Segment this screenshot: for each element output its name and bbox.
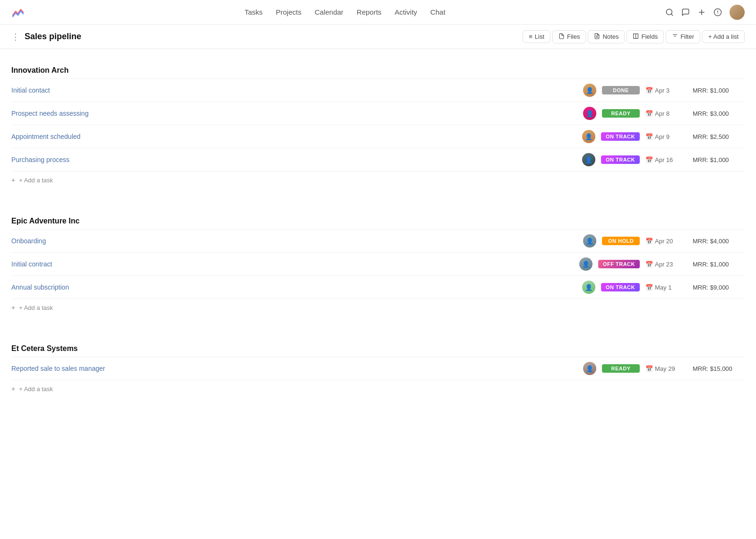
app-logo[interactable] — [11, 6, 25, 19]
plus-icon: + — [11, 385, 15, 393]
table-row: Reported sale to sales manager 👤 READY 📅… — [11, 357, 745, 380]
avatar: 👤 — [583, 84, 596, 97]
files-button[interactable]: Files — [552, 30, 586, 43]
calendar-icon: 📅 — [645, 110, 653, 117]
page-title: Sales pipeline — [25, 32, 81, 42]
list-icon: ≡ — [529, 33, 533, 40]
dots-menu-icon[interactable]: ⋮ — [11, 32, 20, 42]
avatar: 👤 — [583, 234, 596, 248]
task-mrr: MRR: $4,000 — [693, 238, 745, 245]
task-meta: 👤 OFF TRACK 📅 Apr 23 MRR: $1,000 — [579, 257, 745, 271]
table-row: Annual subscription 👤 ON TRACK 📅 May 1 M… — [11, 275, 745, 299]
task-meta: 👤 READY 📅 May 29 MRR: $15,000 — [583, 362, 745, 375]
task-date: 📅 Apr 16 — [645, 156, 687, 163]
group-epic-adventure: Epic Adventure Inc Onboarding 👤 ON HOLD … — [11, 211, 745, 316]
task-mrr: MRR: $2,500 — [693, 133, 745, 140]
user-avatar[interactable] — [730, 5, 745, 20]
avatar: 👤 — [583, 362, 596, 375]
chat-bubble-button[interactable] — [681, 8, 690, 17]
nav-links: Tasks Projects Calendar Reports Activity… — [244, 8, 445, 16]
calendar-icon: 📅 — [645, 365, 653, 372]
tasks-divider: Reported sale to sales manager 👤 READY 📅… — [11, 357, 745, 380]
status-badge: DONE — [602, 86, 640, 94]
files-icon — [558, 33, 565, 41]
add-button[interactable] — [697, 8, 706, 17]
task-date: 📅 May 1 — [645, 284, 687, 291]
task-name[interactable]: Reported sale to sales manager — [11, 365, 583, 372]
status-badge: ON HOLD — [602, 237, 640, 245]
group-title-epic-adventure: Epic Adventure Inc — [11, 211, 745, 229]
calendar-icon: 📅 — [645, 156, 653, 163]
task-mrr: MRR: $1,000 — [693, 261, 745, 268]
task-mrr: MRR: $3,000 — [693, 110, 745, 117]
task-name[interactable]: Onboarding — [11, 237, 583, 245]
task-date: 📅 May 29 — [645, 365, 687, 372]
task-name[interactable]: Appointment scheduled — [11, 133, 582, 140]
filter-icon — [672, 33, 678, 41]
add-list-button[interactable]: + Add a list — [702, 30, 745, 43]
table-row: Prospect needs assessing 👤 READY 📅 Apr 8… — [11, 102, 745, 125]
calendar-icon: 📅 — [645, 261, 653, 268]
plus-icon: + — [11, 304, 15, 311]
nav-projects[interactable]: Projects — [276, 8, 301, 16]
status-badge: READY — [602, 364, 640, 373]
task-date: 📅 Apr 23 — [645, 261, 687, 268]
task-meta: 👤 READY 📅 Apr 8 MRR: $3,000 — [583, 107, 745, 120]
group-title-innovation-arch: Innovation Arch — [11, 60, 745, 78]
task-name[interactable]: Initial contract — [11, 260, 579, 268]
tasks-divider: Initial contact 👤 DONE 📅 Apr 3 MRR: $1,0… — [11, 78, 745, 171]
task-name[interactable]: Prospect needs assessing — [11, 110, 583, 117]
fields-button[interactable]: Fields — [627, 30, 664, 43]
task-date: 📅 Apr 3 — [645, 87, 687, 94]
search-button[interactable] — [665, 8, 674, 17]
task-name[interactable]: Annual subscription — [11, 283, 582, 291]
add-task-button[interactable]: + + Add a task — [11, 171, 745, 188]
page-header: ⋮ Sales pipeline ≡ List Files Notes Fiel… — [0, 25, 756, 49]
nav-activity[interactable]: Activity — [395, 8, 417, 16]
task-name[interactable]: Purchasing process — [11, 156, 582, 163]
calendar-icon: 📅 — [645, 284, 653, 291]
table-row: Purchasing process 👤 ON TRACK 📅 Apr 16 M… — [11, 148, 745, 171]
add-task-button[interactable]: + + Add a task — [11, 380, 745, 397]
list-view-button[interactable]: ≡ List — [523, 30, 550, 43]
topnav-icons — [665, 5, 745, 20]
table-row: Onboarding 👤 ON HOLD 📅 Apr 20 MRR: $4,00… — [11, 229, 745, 252]
add-task-button[interactable]: + + Add a task — [11, 299, 745, 316]
avatar: 👤 — [582, 153, 595, 166]
task-name[interactable]: Initial contact — [11, 86, 583, 94]
avatar: 👤 — [583, 107, 596, 120]
svg-line-1 — [671, 14, 672, 15]
notes-button[interactable]: Notes — [588, 30, 625, 43]
notes-icon — [594, 33, 600, 41]
task-mrr: MRR: $9,000 — [693, 284, 745, 291]
filter-button[interactable]: Filter — [666, 30, 700, 43]
status-badge: ON TRACK — [601, 283, 640, 291]
top-navigation: Tasks Projects Calendar Reports Activity… — [0, 0, 756, 25]
avatar: 👤 — [582, 281, 595, 294]
avatar: 👤 — [579, 257, 593, 271]
nav-tasks[interactable]: Tasks — [244, 8, 262, 16]
task-date: 📅 Apr 8 — [645, 110, 687, 117]
task-mrr: MRR: $1,000 — [693, 87, 745, 94]
nav-calendar[interactable]: Calendar — [315, 8, 344, 16]
task-meta: 👤 DONE 📅 Apr 3 MRR: $1,000 — [583, 84, 745, 97]
status-badge: ON TRACK — [601, 132, 640, 141]
nav-reports[interactable]: Reports — [357, 8, 382, 16]
group-innovation-arch: Innovation Arch Initial contact 👤 DONE 📅… — [11, 60, 745, 188]
task-meta: 👤 ON HOLD 📅 Apr 20 MRR: $4,000 — [583, 234, 745, 248]
page-header-right: ≡ List Files Notes Fields Filter — [523, 30, 745, 43]
plus-icon: + — [11, 176, 15, 184]
status-badge: OFF TRACK — [598, 260, 640, 268]
task-meta: 👤 ON TRACK 📅 Apr 16 MRR: $1,000 — [582, 153, 745, 166]
avatar: 👤 — [582, 130, 595, 143]
page-header-left: ⋮ Sales pipeline — [11, 32, 81, 42]
status-badge: ON TRACK — [601, 155, 640, 164]
status-badge: READY — [602, 109, 640, 118]
task-mrr: MRR: $1,000 — [693, 156, 745, 163]
main-content: Innovation Arch Initial contact 👤 DONE 📅… — [0, 49, 756, 539]
fields-icon — [633, 33, 639, 41]
calendar-icon: 📅 — [645, 238, 653, 245]
tasks-divider: Onboarding 👤 ON HOLD 📅 Apr 20 MRR: $4,00… — [11, 229, 745, 299]
info-button[interactable] — [713, 8, 722, 17]
nav-chat[interactable]: Chat — [430, 8, 446, 16]
